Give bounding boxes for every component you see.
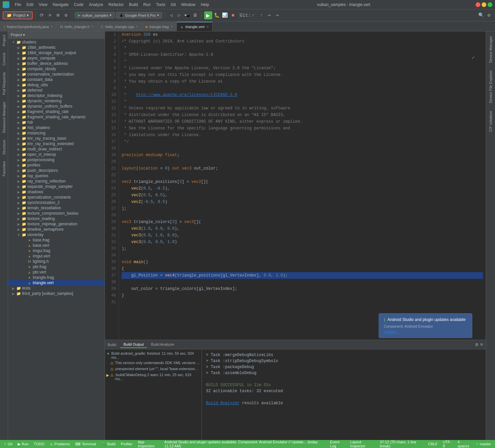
- menu-run[interactable]: Run: [141, 2, 153, 8]
- status-terminal[interactable]: ⌨ Terminal: [74, 442, 97, 446]
- tree-item-tex-basisu[interactable]: ▶ 📁 texture_compression_basisu: [8, 211, 105, 216]
- tree-item-deferred[interactable]: ▶ 📁 deferred: [8, 88, 105, 93]
- tab-build-analyzer[interactable]: Build Analyzer: [148, 341, 178, 348]
- tree-item-hdr[interactable]: ▶ 📁 hdr: [8, 120, 105, 125]
- tree-item-buffer[interactable]: ▶ 📁 buffer_device_address: [8, 61, 105, 66]
- menu-edit[interactable]: Edit: [24, 2, 36, 8]
- tree-item-dynamic-uniform[interactable]: ▶ 📁 dynamic_uniform_buffers: [8, 104, 105, 109]
- close-button[interactable]: [476, 2, 480, 7]
- build-item-gradle[interactable]: ▼ Build android_gradle: finished: 11 min…: [105, 351, 202, 360]
- avd-icon[interactable]: 🖥: [192, 12, 199, 19]
- tree-item-imgui-frag[interactable]: ● imgui.frag: [8, 248, 105, 253]
- tree-item-16bit[interactable]: ▶ 📁 16bit_arithmetic: [8, 45, 105, 50]
- tree-item-push[interactable]: ▶ 📁 push_descriptors: [8, 168, 105, 173]
- status-profiler[interactable]: Profiler: [119, 442, 134, 446]
- tree-item-instancing[interactable]: ▶ 📁 instancing: [8, 130, 105, 136]
- menu-window[interactable]: Window: [178, 2, 198, 8]
- tree-item-ray-tracing[interactable]: ▶ 📁 ray_tracing_reflection: [8, 179, 105, 184]
- menu-git[interactable]: Git: [168, 2, 178, 8]
- file-tree[interactable]: ▼ 📁 shaders ▶ 📁 16bit_arithmetic ▶ 📁 16b…: [8, 39, 105, 440]
- prev-device-icon[interactable]: ◁: [168, 12, 174, 19]
- tree-item-opencl[interactable]: ▶ 📁 open_cl_interop: [8, 152, 105, 157]
- status-build[interactable]: 🔨 Build: [100, 442, 117, 446]
- tree-item-sync[interactable]: ▶ 📁 synchronization_2: [8, 200, 105, 205]
- project-vtab[interactable]: Project: [1, 31, 7, 49]
- list-icon[interactable]: ≡: [46, 12, 53, 19]
- tree-item-debug[interactable]: ▶ 📁 debug_utils: [8, 82, 105, 88]
- bottom-panel-list[interactable]: ≡: [480, 342, 483, 347]
- settings-icon2[interactable]: ⚙: [486, 12, 492, 19]
- tab-frag[interactable]: ■ triangle.frag ✕: [142, 22, 177, 31]
- tree-item-third-party[interactable]: ▶ 📁 third_party [vulkan_samples]: [8, 291, 105, 296]
- build-item-cmake[interactable]: ▶ ⚠ :buildCMakeDebug 2 warn 11 min, 25 s…: [105, 372, 202, 381]
- menu-build[interactable]: Build: [126, 2, 141, 8]
- commit-vtab[interactable]: Commit: [1, 49, 7, 69]
- tab-vert-close[interactable]: ✕: [206, 25, 209, 29]
- split-icon[interactable]: ⊞: [54, 12, 61, 19]
- status-todo[interactable]: TODO: [32, 442, 46, 446]
- device-btn[interactable]: 📱 Google Pixel 6 Pro ▾: [116, 12, 162, 18]
- build-tree[interactable]: ▼ Build android_gradle: finished: 11 min…: [105, 349, 202, 440]
- tree-item-triangle-frag[interactable]: ● triangle.frag: [8, 275, 105, 280]
- tree-item-compute[interactable]: ▶ 📁 compute_nbody: [8, 66, 105, 72]
- tree-item-khr-ext[interactable]: ▶ 📁 khr_ray_tracing_extended: [8, 141, 105, 146]
- notification-update-link[interactable]: Update...: [384, 330, 399, 334]
- status-git[interactable]: ⑂ Git: [3, 442, 14, 446]
- tree-item-async[interactable]: ▶ 📁 async_compute: [8, 55, 105, 61]
- tree-item-base-frag[interactable]: ● base.frag: [8, 237, 105, 243]
- status-layout-inspector[interactable]: Layout Inspector: [349, 440, 376, 448]
- tree-item-hlsl[interactable]: ▶ 📁 hlsl_shaders: [8, 125, 105, 130]
- code-editor[interactable]: 1 2 3 4 5 6 7 8 9 10 11 12 13 14 15 16 1…: [105, 31, 486, 340]
- tab-hello-cpp[interactable]: C hello_triangle.cpp ✕: [98, 22, 142, 31]
- code-content[interactable]: #version 320 es /* Copyright (c) 2019, A…: [119, 31, 486, 340]
- tree-item-16bit-storage[interactable]: ▶ 📁 16bit_storage_input_output: [8, 50, 105, 55]
- git-icon[interactable]: Git:: [242, 12, 249, 19]
- status-run[interactable]: ▶ Run: [16, 442, 30, 446]
- tab-build-output[interactable]: Build Output: [120, 341, 147, 348]
- tree-item-separate[interactable]: ▶ 📁 separate_image_sampler: [8, 184, 105, 189]
- menu-help[interactable]: Help: [198, 2, 212, 8]
- tree-item-tex-mipmap[interactable]: ▶ 📁 texture_mipmap_generation: [8, 221, 105, 227]
- tab-java-close[interactable]: ✕: [50, 25, 53, 28]
- tree-item-pbr-frag[interactable]: ● pbr.frag: [8, 264, 105, 269]
- tree-item-fsr[interactable]: ▶ 📁 fragment_shading_rate: [8, 109, 105, 114]
- menu-tools[interactable]: Tools: [153, 2, 168, 8]
- maximize-button[interactable]: [488, 2, 492, 7]
- tree-item-ray-queries[interactable]: ▶ 📁 ray_queries: [8, 173, 105, 179]
- tab-frag-close[interactable]: ✕: [170, 25, 173, 28]
- favorites-vtab[interactable]: Favorites: [1, 158, 7, 180]
- tree-item-pbr-vert[interactable]: ▲ pbr.vert: [8, 269, 105, 275]
- tree-item-tex-loading[interactable]: ▶ 📁 texture_loading: [8, 216, 105, 221]
- status-encoding[interactable]: CRLF: [426, 442, 439, 446]
- minimize-button[interactable]: [482, 2, 486, 7]
- git-check-icon[interactable]: ✓: [250, 12, 257, 19]
- tree-item-tests[interactable]: ▶ 📁 tests: [8, 286, 105, 291]
- tree-item-shadows[interactable]: ▶ 📁 shadows: [8, 189, 105, 195]
- settings-icon[interactable]: ⚙: [63, 12, 69, 19]
- tab-hello-h[interactable]: H hello_triangle.h ✕: [57, 22, 98, 31]
- tree-item-uioverlay[interactable]: ▼ 📁 uioverlay: [8, 232, 105, 237]
- git-redo-icon[interactable]: ↪: [274, 12, 281, 19]
- run-button[interactable]: ▶: [204, 11, 212, 19]
- run-config-btn[interactable]: ▶ vulkan_samples ▾: [75, 12, 115, 18]
- menu-code[interactable]: Code: [71, 2, 86, 8]
- structure-vtab[interactable]: Structure: [1, 136, 7, 158]
- tree-item-khr-basic[interactable]: ▶ 📁 khr_ray_tracing_basic: [8, 136, 105, 141]
- menu-navigate[interactable]: Navigate: [50, 2, 71, 8]
- build-item-unexpected-warn[interactable]: ⚠ unexpected element (uri:"", local:"bas…: [105, 366, 202, 372]
- tree-item-conservative[interactable]: ▶ 📁 conservative_rasterization: [8, 72, 105, 77]
- stop-icon[interactable]: ■: [230, 12, 236, 19]
- tree-item-descriptor[interactable]: ▶ 📁 descriptor_indexing: [8, 93, 105, 98]
- tree-item-multi-draw[interactable]: ▶ 📁 multi_draw_indirect: [8, 146, 105, 152]
- tree-item-profiles[interactable]: ▶ 📁 profiles: [8, 162, 105, 168]
- status-app-inspection[interactable]: App Inspection: [136, 440, 162, 448]
- menu-file[interactable]: File: [12, 2, 24, 8]
- tree-item-triangle-vert[interactable]: ▲ triangle.vert: [8, 280, 105, 286]
- tree-item-fsr-dynamic[interactable]: ▶ 📁 fragment_shading_rate_dynamic: [8, 114, 105, 120]
- tree-item-imgui-vert[interactable]: ▲ imgui.vert: [8, 253, 105, 259]
- search-icon[interactable]: 🔍: [478, 12, 484, 19]
- git-undo-icon[interactable]: ↩: [266, 12, 273, 19]
- tree-item-spec[interactable]: ▶ 📁 specialization_constants: [8, 195, 105, 200]
- cf-initializer-vtab[interactable]: C/F initializer: [487, 107, 494, 135]
- next-device-icon[interactable]: ▷: [176, 12, 182, 19]
